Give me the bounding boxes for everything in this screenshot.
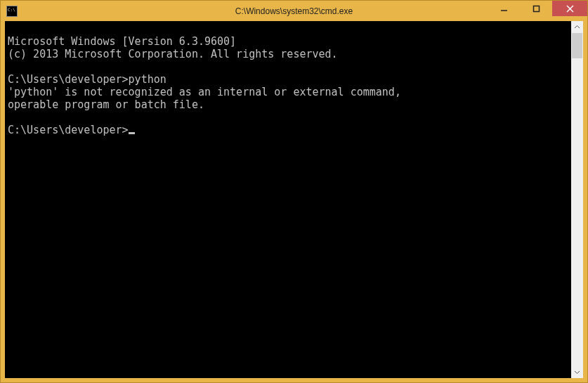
- chevron-down-icon: [574, 369, 580, 375]
- cmd-icon: [6, 6, 18, 17]
- prompt-line-1: C:\Users\developer>python: [8, 73, 166, 86]
- blank-line: [8, 111, 14, 124]
- prompt-2: C:\Users\developer>: [8, 124, 129, 136]
- scroll-track[interactable]: [571, 33, 583, 366]
- command-1: python: [129, 73, 166, 86]
- banner-copyright: (c) 2013 Microsoft Corporation. All righ…: [8, 48, 338, 60]
- blank-line: [8, 60, 14, 73]
- cursor: [129, 132, 135, 134]
- prompt-line-2: C:\Users\developer>: [8, 124, 135, 136]
- error-line-2: operable program or batch file.: [8, 98, 204, 111]
- minimize-button[interactable]: [488, 1, 520, 16]
- maximize-button[interactable]: [520, 1, 552, 16]
- close-button[interactable]: [552, 1, 587, 16]
- titlebar[interactable]: C:\Windows\system32\cmd.exe: [1, 1, 587, 22]
- scroll-thumb[interactable]: [572, 33, 582, 58]
- vertical-scrollbar[interactable]: [571, 21, 583, 378]
- banner-version: Microsoft Windows [Version 6.3.9600]: [8, 35, 236, 48]
- scroll-down-button[interactable]: [571, 366, 583, 378]
- window-controls: [488, 1, 587, 16]
- chevron-up-icon: [574, 24, 580, 30]
- minimize-icon: [500, 5, 508, 13]
- error-line-1: 'python' is not recognized as an interna…: [8, 86, 401, 98]
- client-area: Microsoft Windows [Version 6.3.9600] (c)…: [5, 21, 583, 378]
- svg-rect-1: [533, 6, 539, 11]
- scroll-up-button[interactable]: [571, 21, 583, 33]
- console-output[interactable]: Microsoft Windows [Version 6.3.9600] (c)…: [5, 21, 571, 378]
- close-icon: [566, 5, 574, 13]
- maximize-icon: [533, 5, 540, 13]
- prompt-1: C:\Users\developer>: [8, 73, 129, 86]
